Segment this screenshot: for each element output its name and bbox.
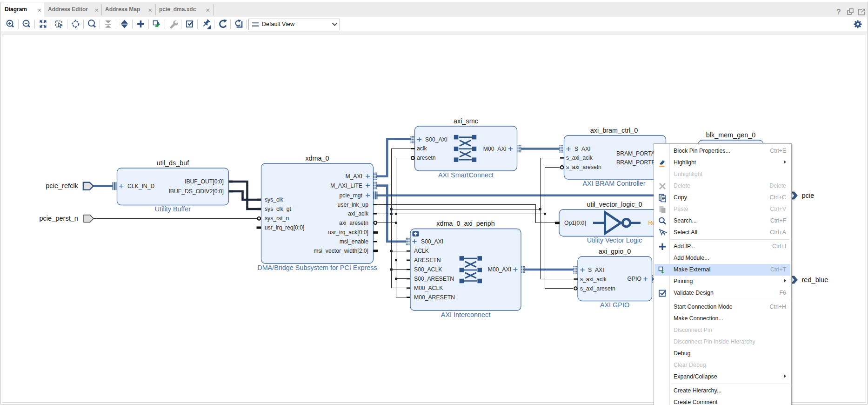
svg-text:AXI BRAM Controller: AXI BRAM Controller: [582, 180, 645, 187]
svg-text:AXI Interconnect: AXI Interconnect: [441, 311, 490, 318]
svg-text:S00_ACLK: S00_ACLK: [414, 266, 442, 273]
svg-text:axi_smc: axi_smc: [454, 117, 478, 125]
svg-text:usr_irq_req[0:0]: usr_irq_req[0:0]: [265, 224, 304, 231]
svg-text:red_blue: red_blue: [802, 276, 828, 284]
svg-text:GPIO: GPIO: [628, 276, 641, 282]
svg-text:pcie: pcie: [802, 192, 815, 199]
svg-text:s_axi_aclk: s_axi_aclk: [566, 155, 593, 161]
svg-text:s_axi_aresetn: s_axi_aresetn: [566, 164, 601, 170]
svg-text:ACLK: ACLK: [414, 248, 429, 254]
svg-text:S_AXI: S_AXI: [574, 146, 591, 152]
svg-text:user_lnk_up: user_lnk_up: [338, 202, 369, 208]
svg-text:pcie_mgt: pcie_mgt: [340, 192, 363, 199]
svg-text:axi_bram_ctrl_0: axi_bram_ctrl_0: [590, 127, 638, 134]
svg-text:DMA/Bridge Subsystem for PCI E: DMA/Bridge Subsystem for PCI Express: [257, 264, 377, 271]
svg-text:s_axi_aresetn: s_axi_aresetn: [580, 285, 615, 292]
svg-text:S_AXI: S_AXI: [588, 267, 604, 273]
svg-text:s_axi_aclk: s_axi_aclk: [580, 276, 607, 283]
svg-text:Op1[0:0]: Op1[0:0]: [564, 220, 586, 226]
svg-text:M00_ARESETN: M00_ARESETN: [414, 294, 455, 301]
svg-text:xdma_0: xdma_0: [305, 155, 329, 162]
svg-text:BRAM_PORTB: BRAM_PORTB: [616, 159, 655, 166]
svg-text:aclk: aclk: [417, 145, 427, 152]
svg-text:Utility Buffer: Utility Buffer: [155, 205, 191, 213]
svg-text:BRAM_PORTA: BRAM_PORTA: [616, 150, 655, 157]
svg-text:IBUF_DS_ODIV2[0:0]: IBUF_DS_ODIV2[0:0]: [168, 188, 224, 195]
svg-text:pcie_perst_n: pcie_perst_n: [39, 215, 78, 222]
svg-text:msi_enable: msi_enable: [340, 238, 369, 245]
svg-text:msi_vector_width[2:0]: msi_vector_width[2:0]: [314, 248, 368, 254]
svg-text:M00_ACLK: M00_ACLK: [414, 285, 443, 291]
svg-text:S00_ARESETN: S00_ARESETN: [414, 276, 454, 282]
svg-text:util_ds_buf: util_ds_buf: [157, 159, 190, 167]
svg-text:AXI GPIO: AXI GPIO: [600, 301, 629, 309]
svg-text:IBUF_OUT[0:0]: IBUF_OUT[0:0]: [185, 178, 224, 185]
svg-text:sys_clk: sys_clk: [265, 196, 284, 203]
svg-text:sys_clk_gt: sys_clk_gt: [265, 206, 292, 212]
svg-text:blk_mem_gen_0: blk_mem_gen_0: [706, 131, 755, 139]
svg-text:Utility Vector Logic: Utility Vector Logic: [587, 236, 642, 244]
svg-text:util_vector_logic_0: util_vector_logic_0: [587, 201, 642, 208]
svg-text:sys_rst_n: sys_rst_n: [265, 215, 289, 222]
svg-text:S00_AXI: S00_AXI: [421, 238, 443, 245]
svg-text:axi_aresetn: axi_aresetn: [339, 220, 368, 226]
svg-text:M_AXI_LITE: M_AXI_LITE: [330, 182, 362, 189]
svg-text:S00_AXI: S00_AXI: [425, 136, 447, 143]
svg-text:ARESETN: ARESETN: [414, 257, 441, 263]
svg-text:aresetn: aresetn: [417, 155, 436, 161]
svg-text:usr_irq_ack[0:0]: usr_irq_ack[0:0]: [328, 229, 368, 236]
svg-text:pcie_refclk: pcie_refclk: [46, 182, 78, 189]
svg-text:axi_aclk: axi_aclk: [348, 210, 369, 217]
svg-text:axi_gpio_0: axi_gpio_0: [599, 248, 631, 255]
svg-text:CLK_IN_D: CLK_IN_D: [127, 183, 154, 189]
svg-text:M00_AXI: M00_AXI: [483, 146, 507, 152]
svg-text:M00_AXI: M00_AXI: [488, 266, 511, 273]
svg-text:AXI SmartConnect: AXI SmartConnect: [438, 171, 494, 179]
svg-text:M_AXI: M_AXI: [345, 173, 362, 180]
svg-text:xdma_0_axi_periph: xdma_0_axi_periph: [436, 220, 495, 227]
